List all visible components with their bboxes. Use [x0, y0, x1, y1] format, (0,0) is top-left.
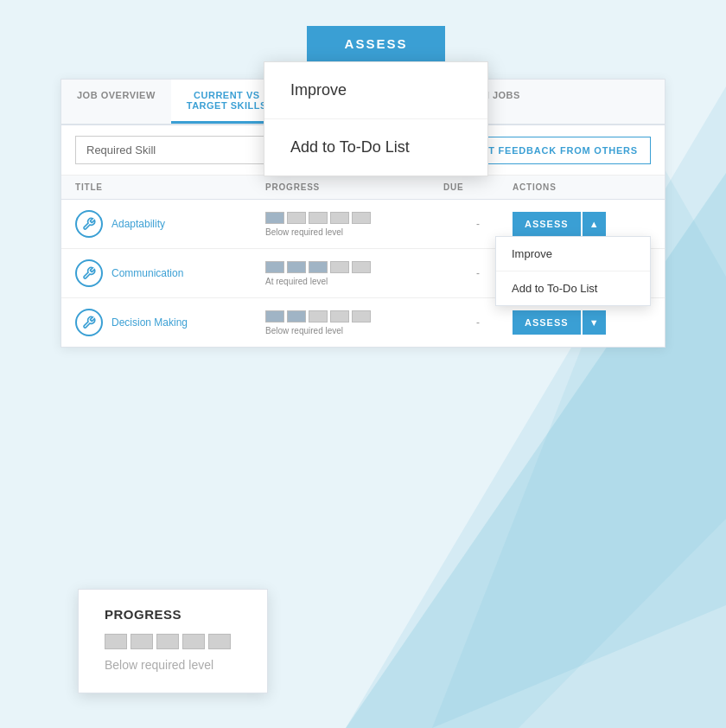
communication-progress-label: At required level — [265, 277, 443, 286]
tooltip-block — [156, 634, 179, 649]
th-title: TITLE — [75, 182, 265, 192]
progress-block — [309, 261, 328, 273]
progress-block — [330, 212, 349, 224]
communication-bar — [265, 261, 443, 273]
bottom-progress-tooltip: PROGRESS Below required level — [78, 589, 268, 693]
decision-making-progress-label: Below required level — [265, 326, 443, 335]
tooltip-block — [182, 634, 205, 649]
decision-making-progress: Below required level — [265, 310, 443, 335]
adaptability-progress: Below required level — [265, 212, 443, 237]
adaptability-add-todo-item[interactable]: Add to To-Do List — [496, 271, 650, 305]
tab-job-overview[interactable]: JOB OVERVIEW — [61, 80, 171, 124]
adaptability-actions: ASSESS ▲ Improve Add to To-Do List — [513, 212, 651, 236]
adaptability-row-dropdown: Improve Add to To-Do List — [495, 236, 651, 306]
adaptability-improve-item[interactable]: Improve — [496, 237, 650, 271]
th-progress: PROGRESS — [265, 182, 443, 192]
decision-making-dropdown-button[interactable]: ▼ — [583, 310, 606, 335]
table-header: TITLE PROGRESS DUE ACTIONS — [61, 176, 665, 200]
tooltip-block — [105, 634, 127, 649]
adaptability-dropdown-button[interactable]: ▲ — [583, 212, 606, 236]
decision-making-bar — [265, 310, 443, 322]
progress-block — [352, 310, 371, 322]
progress-block — [352, 261, 371, 273]
communication-name[interactable]: Communication — [111, 267, 183, 279]
progress-block — [309, 212, 328, 224]
tooltip-block — [131, 634, 153, 649]
communication-icon — [75, 259, 103, 287]
tooltip-label: Below required level — [105, 658, 241, 672]
skill-title-cell: Communication — [75, 259, 265, 287]
tooltip-bars — [105, 634, 241, 649]
adaptability-icon — [75, 210, 103, 238]
decision-making-actions: ASSESS ▼ — [513, 310, 651, 335]
adaptability-due: - — [443, 218, 513, 230]
progress-block — [265, 310, 284, 322]
adaptability-progress-label: Below required level — [265, 227, 443, 237]
adaptability-assess-button[interactable]: ASSESS — [513, 212, 581, 236]
skill-title-cell: Decision Making — [75, 309, 265, 336]
top-assess-dropdown: ASSESS Improve Add to To-Do List — [307, 26, 445, 61]
progress-block — [309, 310, 328, 322]
progress-block — [287, 212, 306, 224]
skill-title-cell: Adaptability — [75, 210, 265, 238]
top-assess-button[interactable]: ASSESS — [307, 26, 445, 61]
decision-making-assess-button[interactable]: ASSESS — [513, 310, 581, 335]
th-due: DUE — [443, 182, 513, 192]
top-improve-item[interactable]: Improve — [264, 62, 487, 119]
top-add-todo-item[interactable]: Add to To-Do List — [264, 119, 487, 176]
skill-select-label: Required Skill — [86, 144, 156, 156]
progress-block — [330, 261, 349, 273]
table-row: Adaptability Below required level - ASSE… — [61, 200, 665, 249]
adaptability-bar — [265, 212, 443, 224]
communication-progress: At required level — [265, 261, 443, 286]
progress-block — [287, 261, 306, 273]
progress-block — [265, 261, 284, 273]
decision-making-icon — [75, 309, 103, 336]
progress-block — [265, 212, 284, 224]
decision-making-due: - — [443, 316, 513, 329]
top-dropdown-menu: Improve Add to To-Do List — [264, 61, 488, 176]
tooltip-block — [208, 634, 231, 649]
decision-making-name[interactable]: Decision Making — [111, 316, 188, 329]
progress-block — [352, 212, 371, 224]
feedback-button[interactable]: GET FEEDBACK FROM OTHERS — [461, 137, 651, 164]
adaptability-name[interactable]: Adaptability — [111, 218, 165, 230]
th-actions: ACTIONS — [513, 182, 651, 192]
progress-block — [330, 310, 349, 322]
tooltip-title: PROGRESS — [105, 607, 241, 622]
progress-block — [287, 310, 306, 322]
